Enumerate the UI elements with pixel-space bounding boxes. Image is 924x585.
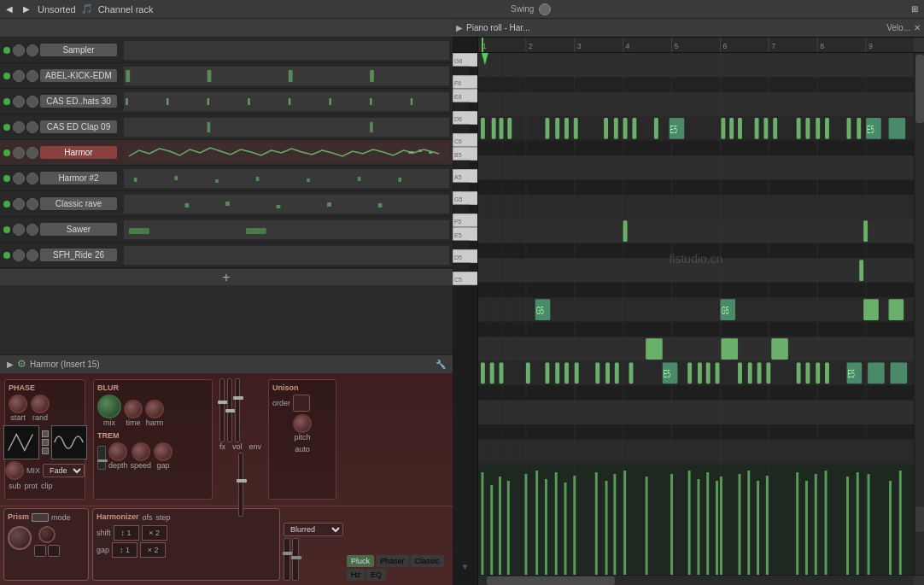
channel-pattern[interactable] xyxy=(124,92,449,111)
channel-pattern[interactable] xyxy=(124,41,449,60)
channel-name[interactable]: CAS ED Clap 09 xyxy=(40,120,117,133)
wave-type-btn[interactable] xyxy=(42,430,49,437)
channel-pattern[interactable] xyxy=(124,220,449,239)
channel-active-led[interactable] xyxy=(3,226,10,233)
channel-solo-btn[interactable] xyxy=(26,173,38,184)
pr-note-grid[interactable]: E5 E5 xyxy=(478,53,914,464)
channel-active-led[interactable] xyxy=(3,252,10,259)
prism-btn2[interactable] xyxy=(48,545,60,557)
channel-pattern[interactable] xyxy=(124,67,449,85)
phase-start-knob[interactable] xyxy=(9,395,27,413)
trem-depth-knob[interactable] xyxy=(108,442,127,461)
channel-active-led[interactable] xyxy=(3,47,10,54)
trem-gap-knob[interactable] xyxy=(154,442,173,461)
channel-active-led[interactable] xyxy=(3,201,10,208)
prism-mode-btn[interactable] xyxy=(32,513,49,522)
channel-active-led[interactable] xyxy=(3,149,10,156)
hz-tab[interactable]: Hz xyxy=(347,569,365,581)
channel-solo-btn[interactable] xyxy=(26,44,38,56)
next-btn[interactable]: ▶ xyxy=(20,4,32,14)
channel-solo-btn[interactable] xyxy=(26,121,38,133)
prism-section: Prism mode xyxy=(3,508,89,581)
channel-name[interactable]: ABEL-KICK-EDM xyxy=(40,69,117,82)
fader-b2[interactable] xyxy=(291,556,301,559)
channel-mute-btn[interactable] xyxy=(13,249,25,261)
prism-knob2[interactable] xyxy=(38,526,56,543)
instrument-expand-icon[interactable]: ▶ xyxy=(7,360,14,369)
channel-mute-btn[interactable] xyxy=(13,224,25,236)
channel-solo-btn[interactable] xyxy=(26,249,38,261)
wave-type-btn[interactable] xyxy=(42,439,49,446)
channel-solo-btn[interactable] xyxy=(26,147,38,159)
wave-type-btn[interactable] xyxy=(42,448,49,454)
vel-collapse-icon[interactable]: ▼ xyxy=(461,562,470,571)
cr-add-channel[interactable]: + xyxy=(0,268,453,285)
channel-mute-btn[interactable] xyxy=(13,173,25,184)
swing-knob[interactable] xyxy=(539,3,551,15)
classic-tab[interactable]: Classic xyxy=(411,555,444,567)
channel-mute-btn[interactable] xyxy=(13,96,25,108)
channel-mute-btn[interactable] xyxy=(13,147,25,159)
order-display[interactable] xyxy=(293,395,310,412)
prism-knob1[interactable] xyxy=(8,526,32,550)
channel-name[interactable]: Sampler xyxy=(40,44,117,56)
svg-text:E6: E6 xyxy=(454,94,462,100)
vel-scrollbar[interactable] xyxy=(914,464,924,575)
wave-shape-2[interactable] xyxy=(51,425,87,459)
channel-mute-btn[interactable] xyxy=(13,70,25,82)
trem-speed-knob[interactable] xyxy=(132,442,150,461)
mix-knob[interactable] xyxy=(5,461,24,480)
pr-vertical-scrollbar[interactable] xyxy=(914,53,924,464)
svg-rect-139 xyxy=(755,118,759,139)
channel-name[interactable]: SFH_Ride 26 xyxy=(40,249,117,261)
timbre-select[interactable]: Fade xyxy=(43,464,85,477)
channel-mute-btn[interactable] xyxy=(13,198,25,210)
phaser-tab[interactable]: Phaser xyxy=(376,555,409,567)
phase-rand-knob[interactable] xyxy=(31,395,50,413)
vel-fader-thumb[interactable] xyxy=(237,479,247,483)
svg-rect-123 xyxy=(500,118,504,139)
channel-solo-btn[interactable] xyxy=(26,70,38,82)
channel-pattern[interactable] xyxy=(124,169,449,188)
channel-active-led[interactable] xyxy=(3,124,10,131)
channel-pattern[interactable] xyxy=(124,143,449,162)
channel-pattern[interactable] xyxy=(124,195,449,214)
channel-name[interactable]: CAS ED..hats 30 xyxy=(40,95,117,108)
channel-active-led[interactable] xyxy=(3,73,10,79)
add-channel-icon[interactable]: + xyxy=(222,270,230,285)
harm-gap-input2[interactable]: × 2 xyxy=(140,542,166,558)
grid-btn[interactable]: ⊞ xyxy=(909,4,921,14)
blur-select[interactable]: Blurred xyxy=(284,523,343,536)
channel-solo-btn[interactable] xyxy=(26,96,38,108)
pluck-tab[interactable]: Pluck xyxy=(347,555,374,567)
channel-name[interactable]: Harmor #2 xyxy=(40,172,117,184)
channel-solo-btn[interactable] xyxy=(26,224,38,236)
h-scroll-thumb[interactable] xyxy=(487,576,615,585)
channel-mute-btn[interactable] xyxy=(13,44,25,56)
pr-horizontal-scrollbar[interactable] xyxy=(453,575,924,585)
channel-solo-btn[interactable] xyxy=(26,198,38,210)
harm-shift-input[interactable]: ↕ 1 xyxy=(114,525,139,541)
pr-close-btn[interactable]: ✕ xyxy=(914,23,921,32)
harm-shift-input2[interactable]: × 2 xyxy=(142,525,167,541)
channel-active-led[interactable] xyxy=(3,98,10,105)
eq-tab[interactable]: EQ xyxy=(366,569,386,581)
channel-pattern[interactable] xyxy=(124,118,449,137)
blur-harm-knob[interactable] xyxy=(145,400,164,418)
blur-time-knob[interactable] xyxy=(124,400,143,418)
prism-btn1[interactable] xyxy=(34,545,46,557)
blur-main-knob[interactable] xyxy=(97,395,121,418)
harm-gap-input[interactable]: ↕ 1 xyxy=(112,542,137,558)
fader-thumb[interactable] xyxy=(233,396,243,400)
prev-btn[interactable]: ◀ xyxy=(3,4,15,14)
wave-shape-1[interactable] xyxy=(3,425,39,459)
channel-active-led[interactable] xyxy=(3,175,10,182)
channel-name[interactable]: Sawer xyxy=(40,223,117,236)
channel-name[interactable]: Classic rave xyxy=(40,197,117,210)
channel-mute-btn[interactable] xyxy=(13,121,25,133)
pitch-knob[interactable] xyxy=(293,414,312,433)
channel-pattern[interactable] xyxy=(124,246,449,265)
svg-rect-9 xyxy=(248,98,249,105)
instrument-settings-icon[interactable]: 🔧 xyxy=(436,360,446,369)
channel-name[interactable]: Harmor xyxy=(40,146,117,159)
